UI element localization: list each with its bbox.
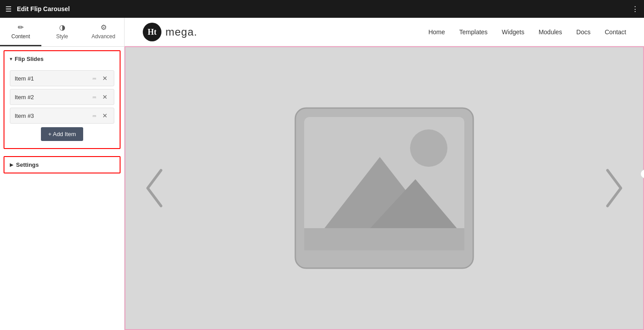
item-row-1: Item #1 ⎓ ✕: [10, 70, 114, 86]
item-row-1-actions: ⎓ ✕: [91, 74, 109, 82]
logo-text: mega.: [165, 26, 197, 38]
top-bar: ☰ Edit Flip Carousel ⋮: [0, 0, 644, 18]
nav-contact[interactable]: Contact: [605, 28, 626, 36]
item-1-delete-button[interactable]: ✕: [101, 74, 109, 82]
nav-widgets[interactable]: Widgets: [502, 28, 524, 36]
content-tab-label: Content: [11, 33, 30, 40]
main-layout: ✏ Content ◑ Style ⚙ Advanced ▾ Flip Slid…: [0, 18, 644, 330]
svg-point-4: [410, 129, 447, 167]
style-tab-icon: ◑: [59, 23, 65, 32]
top-bar-title: Edit Flip Carousel: [17, 5, 70, 12]
site-logo: Ht mega.: [142, 22, 197, 42]
item-2-duplicate-button[interactable]: ⎓: [91, 93, 98, 101]
item-3-delete-button[interactable]: ✕: [101, 112, 109, 120]
item-row-1-label: Item #1: [15, 75, 91, 82]
tab-content[interactable]: ✏ Content: [0, 18, 41, 46]
style-tab-label: Style: [56, 33, 68, 40]
item-row-3-label: Item #3: [15, 113, 91, 119]
item-row-3-actions: ⎓ ✕: [91, 112, 109, 120]
item-3-duplicate-button[interactable]: ⎓: [91, 112, 98, 120]
settings-label: Settings: [16, 161, 39, 168]
hamburger-icon[interactable]: ☰: [5, 5, 12, 13]
placeholder-svg: [291, 104, 478, 273]
settings-arrow: ▶: [10, 162, 13, 167]
flip-slides-section: ▾ Flip Slides Item #1 ⎓ ✕ Item #2 ⎓: [4, 50, 121, 149]
tabs-bar: ✏ Content ◑ Style ⚙ Advanced: [0, 18, 124, 47]
top-bar-left: ☰ Edit Flip Carousel: [5, 5, 70, 13]
site-nav: Home Templates Widgets Modules Docs Cont…: [428, 28, 626, 36]
carousel-right-arrow[interactable]: [603, 170, 625, 206]
site-header: Ht mega. Home Templates Widgets Modules …: [125, 18, 644, 46]
logo-svg: Ht: [142, 22, 162, 42]
svg-text:Ht: Ht: [148, 28, 157, 36]
left-arrow-svg: [143, 168, 165, 208]
flip-slides-arrow: ▾: [10, 56, 12, 61]
settings-section: ▶ Settings: [4, 156, 121, 173]
sidebar: ✏ Content ◑ Style ⚙ Advanced ▾ Flip Slid…: [0, 18, 125, 330]
advanced-tab-label: Advanced: [92, 33, 115, 40]
item-row-2: Item #2 ⎓ ✕: [10, 89, 114, 105]
svg-rect-7: [304, 228, 464, 250]
content-tab-icon: ✏: [18, 23, 24, 32]
item-row-3: Item #3 ⎓ ✕: [10, 108, 114, 124]
flip-slides-content: Item #1 ⎓ ✕ Item #2 ⎓ ✕ Item #3: [4, 67, 120, 148]
tab-style[interactable]: ◑ Style: [41, 18, 83, 46]
nav-home[interactable]: Home: [428, 28, 445, 36]
advanced-tab-icon: ⚙: [101, 23, 107, 32]
item-row-2-actions: ⎓ ✕: [91, 93, 109, 101]
nav-docs[interactable]: Docs: [576, 28, 591, 36]
item-row-2-label: Item #2: [15, 94, 91, 101]
tab-advanced[interactable]: ⚙ Advanced: [83, 18, 124, 46]
grid-icon[interactable]: ⋮: [632, 5, 639, 13]
item-2-delete-button[interactable]: ✕: [101, 93, 109, 101]
nav-modules[interactable]: Modules: [539, 28, 562, 36]
carousel-left-arrow[interactable]: [143, 170, 165, 206]
preview-area: ‹ Ht mega. Home Templates Widgets Module…: [125, 18, 644, 330]
right-arrow-svg: [603, 168, 625, 208]
image-placeholder: [291, 104, 478, 273]
nav-templates[interactable]: Templates: [459, 28, 488, 36]
carousel-preview: [125, 46, 644, 330]
item-1-duplicate-button[interactable]: ⎓: [91, 74, 98, 82]
flip-slides-label: Flip Slides: [15, 56, 44, 62]
add-item-button[interactable]: + Add Item: [41, 127, 83, 141]
flip-slides-header[interactable]: ▾ Flip Slides: [4, 51, 120, 67]
settings-header[interactable]: ▶ Settings: [4, 157, 120, 173]
